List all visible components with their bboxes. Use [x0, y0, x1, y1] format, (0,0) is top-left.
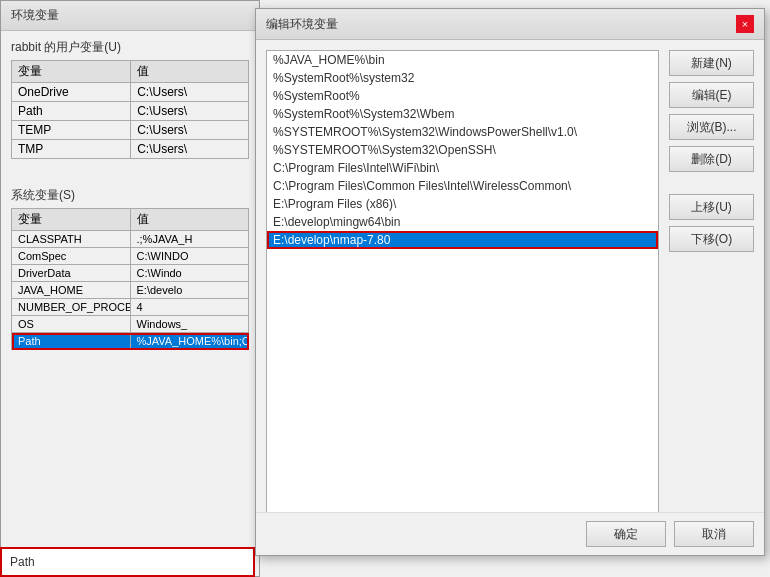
sys-table-val-header: 值 — [130, 209, 249, 231]
table-row[interactable]: PathC:\Users\ — [12, 102, 249, 121]
list-item[interactable]: C:\Program Files\Common Files\Intel\Wire… — [267, 177, 658, 195]
list-item[interactable]: %SYSTEMROOT%\System32\WindowsPowerShell\… — [267, 123, 658, 141]
list-item[interactable]: C:\Program Files\Intel\WiFi\bin\ — [267, 159, 658, 177]
sys-table-var-header: 变量 — [12, 209, 131, 231]
table-row[interactable]: TEMPC:\Users\ — [12, 121, 249, 140]
path-label-text: Path — [10, 555, 35, 569]
sys-section-label: 系统变量(S) — [1, 179, 259, 208]
path-list[interactable]: %JAVA_HOME%\bin%SystemRoot%\system32%Sys… — [266, 50, 659, 544]
bottom-buttons: 确定 取消 — [256, 512, 764, 555]
table-row[interactable]: TMPC:\Users\ — [12, 140, 249, 159]
move-down-button[interactable]: 下移(O) — [669, 226, 754, 252]
user-table-val-header: 值 — [131, 61, 249, 83]
list-item[interactable]: E:\Program Files (x86)\ — [267, 195, 658, 213]
path-label: Path — [0, 547, 255, 577]
list-item[interactable]: %SystemRoot%\system32 — [267, 69, 658, 87]
table-row[interactable]: CLASSPATH.;%JAVA_H — [12, 231, 249, 248]
edit-button[interactable]: 编辑(E) — [669, 82, 754, 108]
table-row[interactable]: DriverDataC:\Windo — [12, 265, 249, 282]
list-item[interactable]: %SYSTEMROOT%\System32\OpenSSH\ — [267, 141, 658, 159]
list-item[interactable]: %JAVA_HOME%\bin — [267, 51, 658, 69]
user-vars-table: 变量 值 OneDriveC:\Users\PathC:\Users\TEMPC… — [11, 60, 249, 159]
browse-button[interactable]: 浏览(B)... — [669, 114, 754, 140]
table-row[interactable]: ComSpecC:\WINDO — [12, 248, 249, 265]
list-item[interactable]: E:\develop\nmap-7.80 — [267, 231, 658, 249]
user-section-label: rabbit 的用户变量(U) — [1, 31, 259, 60]
list-item[interactable]: E:\develop\mingw64\bin — [267, 213, 658, 231]
table-row[interactable]: Path%JAVA_HOME%\bin;C:\WINDOWS\system32;… — [12, 333, 249, 350]
table-row[interactable]: OneDriveC:\Users\ — [12, 83, 249, 102]
close-button[interactable]: × — [736, 15, 754, 33]
dialog-title: 编辑环境变量 — [266, 16, 338, 33]
bg-window-title: 环境变量 — [1, 1, 259, 31]
new-button[interactable]: 新建(N) — [669, 50, 754, 76]
user-table-var-header: 变量 — [12, 61, 131, 83]
bg-env-window: 环境变量 rabbit 的用户变量(U) 变量 值 OneDriveC:\Use… — [0, 0, 260, 577]
delete-button[interactable]: 删除(D) — [669, 146, 754, 172]
move-up-button[interactable]: 上移(U) — [669, 194, 754, 220]
dialog-content: %JAVA_HOME%\bin%SystemRoot%\system32%Sys… — [256, 40, 764, 554]
cancel-button[interactable]: 取消 — [674, 521, 754, 547]
button-panel: 新建(N) 编辑(E) 浏览(B)... 删除(D) 上移(U) 下移(O) 编… — [669, 50, 754, 544]
list-item[interactable]: %SystemRoot%\System32\Wbem — [267, 105, 658, 123]
sys-vars-table: 变量 值 CLASSPATH.;%JAVA_HComSpecC:\WINDODr… — [11, 208, 249, 350]
table-row[interactable]: OSWindows_ — [12, 316, 249, 333]
table-row[interactable]: JAVA_HOMEE:\develo — [12, 282, 249, 299]
ok-button[interactable]: 确定 — [586, 521, 666, 547]
edit-env-dialog: 编辑环境变量 × %JAVA_HOME%\bin%SystemRoot%\sys… — [255, 8, 765, 556]
table-row[interactable]: NUMBER_OF_PROCESSORS4 — [12, 299, 249, 316]
dialog-titlebar: 编辑环境变量 × — [256, 9, 764, 40]
list-item[interactable]: %SystemRoot% — [267, 87, 658, 105]
